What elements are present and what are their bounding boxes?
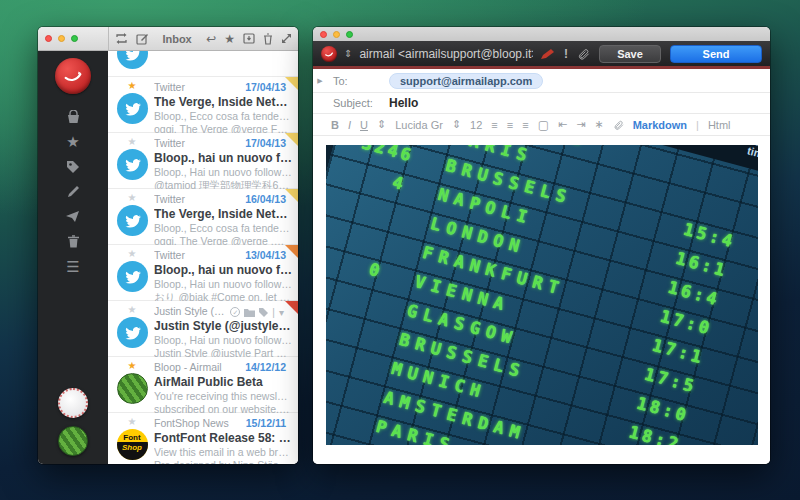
list-item[interactable]: ★ Twitter 13/04/13 Bloop., hai un nuovo … — [108, 245, 298, 301]
list-item[interactable]: ★ Bloop - Airmail 14/12/12 AirMail Publi… — [108, 357, 298, 413]
attachment-paperclip-icon[interactable] — [577, 47, 590, 61]
link-icon[interactable] — [613, 119, 624, 131]
message-preview: Bloop., Hai un nuovo follower su Twitter… — [154, 166, 292, 179]
message-sender: Bloop - Airmail — [154, 361, 245, 373]
align-right-icon[interactable]: ≡ — [522, 119, 528, 131]
message-subject: Bloop., hai un nuovo follower su Twitter — [154, 263, 292, 278]
minimize-button[interactable] — [333, 31, 340, 38]
align-center-icon[interactable]: ≡ — [507, 119, 513, 131]
expand-icon[interactable] — [281, 33, 292, 44]
fontshop-avatar: Font Shop — [117, 429, 148, 460]
font-stepper-icon[interactable]: ⇕ — [377, 118, 386, 131]
window-controls — [38, 35, 108, 42]
twitter-avatar — [117, 317, 148, 348]
message-list: Bloop., Ecco cosa fa tendenza su Twitter… — [108, 51, 298, 464]
list-item[interactable]: ★ Justin Style (Twitter) ✓ | ▾ — [108, 301, 298, 357]
twitter-avatar — [117, 51, 148, 69]
caret-down-icon[interactable]: ▾ — [279, 307, 284, 318]
outdent-icon[interactable]: ⇤ — [558, 118, 567, 131]
refresh-icon[interactable] — [115, 33, 128, 44]
trash-icon[interactable] — [38, 229, 108, 254]
star-icon[interactable]: ★ — [224, 33, 235, 45]
signature-pencil-icon[interactable] — [540, 48, 555, 60]
markdown-toggle[interactable]: Markdown — [633, 119, 687, 131]
list-item[interactable]: ★ Twitter 17/04/13 Bloop., hai un nuovo … — [108, 133, 298, 189]
starred-icon[interactable]: ★ — [38, 129, 108, 154]
font-name-select[interactable]: Lucida Gr — [395, 119, 443, 131]
underline-button[interactable]: U — [360, 119, 368, 131]
reply-icon[interactable]: ↩ — [206, 33, 216, 45]
check-circle-icon[interactable]: ✓ — [230, 307, 240, 317]
subject-label: Subject: — [327, 97, 375, 109]
priority-icon[interactable]: ! — [564, 47, 568, 61]
bold-button[interactable]: B — [331, 119, 339, 131]
zoom-button[interactable] — [346, 31, 353, 38]
compose-window: ⇕ airmail <airmailsupport@bloop.it> ! Sa… — [313, 27, 770, 464]
indent-icon[interactable]: ⇥ — [576, 118, 585, 131]
format-toolbar: B I U ⇕ Lucida Gr ⇕ 12 ≡ ≡ ≡ ▢ ⇤ ⇥ ∗ Mar… — [313, 114, 770, 136]
message-subject: FontFont Release 58: FontFont Libra… — [154, 431, 292, 446]
close-button[interactable] — [45, 35, 52, 42]
pipe-divider: | — [696, 119, 699, 131]
chevron-right-icon[interactable]: ▶ — [313, 77, 327, 85]
subject-field-row: Subject: Hello — [313, 93, 770, 114]
recipient-token[interactable]: support@airmailapp.com — [389, 73, 543, 89]
align-left-icon[interactable]: ≡ — [491, 119, 497, 131]
watermelon-avatar — [117, 373, 148, 404]
minimize-button[interactable] — [58, 35, 65, 42]
list-item[interactable]: ★ Font Shop FontShop News 15/12/11 FontF… — [108, 413, 298, 464]
list-item[interactable]: Bloop., Ecco cosa fa tendenza su Twitter… — [108, 51, 298, 77]
zoom-button[interactable] — [71, 35, 78, 42]
list-item[interactable]: ★ Twitter 16/04/13 The Verge, Inside Net… — [108, 189, 298, 245]
trash-icon[interactable] — [263, 33, 273, 45]
message-preview: Bloop., Ecco cosa fa tendenza su Twitter — [154, 222, 292, 235]
mailbox-title: Inbox — [154, 33, 200, 45]
attached-image-departure-board[interactable]: čas time URES ISTANBUL 450PARIS 3246BRUS… — [326, 145, 758, 445]
account-avatar-watermelon[interactable] — [58, 426, 88, 456]
message-subject: AirMail Public Beta — [154, 375, 292, 390]
draft-pencil-icon[interactable] — [38, 179, 108, 204]
html-toggle[interactable]: Html — [708, 119, 731, 131]
star-icon[interactable]: ★ — [128, 361, 137, 372]
flag-corner — [285, 245, 298, 258]
airmail-logo-icon[interactable] — [55, 58, 91, 94]
folder-icon[interactable] — [244, 308, 255, 317]
star-icon[interactable]: ★ — [128, 137, 137, 148]
size-stepper-icon[interactable]: ⇕ — [452, 118, 461, 131]
star-icon[interactable]: ★ — [128, 417, 137, 428]
message-subject: The Verge, Inside Network e altri 6 h… — [154, 207, 292, 222]
list-item[interactable]: ★ Twitter 17/04/13 The Verge, Inside Net… — [108, 77, 298, 133]
message-date: 14/12/12 — [245, 361, 292, 373]
from-account[interactable]: airmail <airmailsupport@bloop.it> — [359, 47, 533, 61]
message-preview: Bloop., Ecco cosa fa tendenza su Twitter — [154, 110, 292, 123]
subject-input[interactable]: Hello — [389, 96, 418, 110]
star-icon[interactable]: ★ — [128, 249, 137, 260]
message-sender: Twitter — [154, 81, 245, 93]
message-preview: Bloop., Hai un nuovo follower su Twitter… — [154, 278, 292, 291]
label-tag-icon[interactable] — [38, 154, 108, 179]
italic-button[interactable]: I — [348, 119, 351, 131]
save-button[interactable]: Save — [599, 45, 661, 63]
archive-icon[interactable] — [243, 33, 255, 44]
send-button[interactable]: Send — [670, 45, 762, 63]
junk-basket-icon[interactable] — [38, 104, 108, 129]
flag-corner — [285, 133, 298, 146]
message-preview: View this email in a web browser FF Erne… — [154, 446, 292, 459]
star-icon[interactable]: ★ — [128, 81, 137, 92]
asterisk-icon[interactable]: ∗ — [594, 118, 603, 131]
close-button[interactable] — [320, 31, 327, 38]
account-avatar-chip[interactable] — [58, 388, 88, 418]
star-icon[interactable]: ★ — [128, 305, 137, 316]
message-body-editor[interactable]: čas time URES ISTANBUL 450PARIS 3246BRUS… — [313, 136, 770, 464]
sent-plane-icon[interactable] — [38, 204, 108, 229]
compose-icon[interactable] — [136, 33, 148, 45]
airmail-account-icon — [321, 46, 337, 62]
to-label: To: — [327, 75, 375, 87]
star-icon[interactable]: ★ — [128, 193, 137, 204]
account-stepper-icon[interactable]: ⇕ — [344, 48, 352, 59]
font-size-select[interactable]: 12 — [470, 119, 482, 131]
tag-icon[interactable] — [259, 308, 268, 317]
image-box-icon[interactable]: ▢ — [538, 118, 549, 132]
compose-titlebar — [313, 27, 770, 41]
menu-icon[interactable]: ☰ — [38, 254, 108, 279]
